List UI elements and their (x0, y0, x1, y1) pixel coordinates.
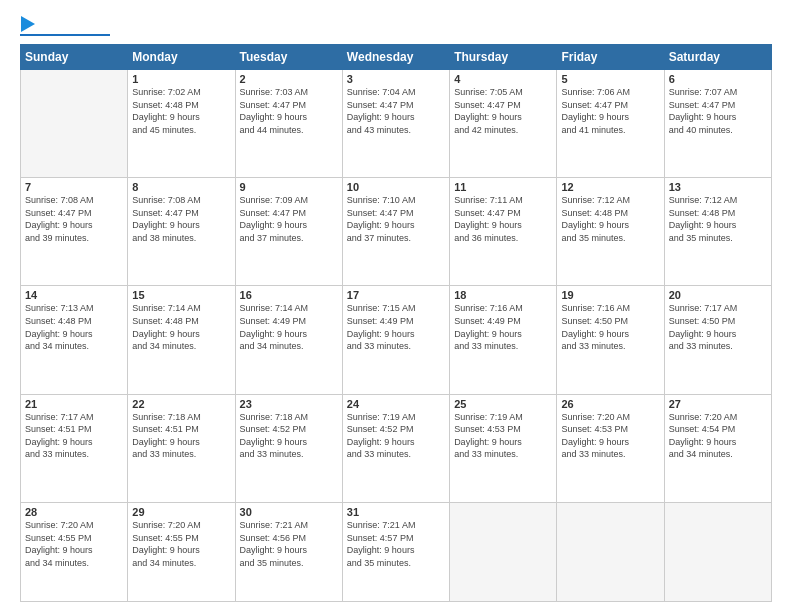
calendar-cell: 25Sunrise: 7:19 AMSunset: 4:53 PMDayligh… (450, 394, 557, 502)
day-info: Sunrise: 7:20 AMSunset: 4:55 PMDaylight:… (25, 519, 123, 569)
day-number: 3 (347, 73, 445, 85)
calendar-cell: 7Sunrise: 7:08 AMSunset: 4:47 PMDaylight… (21, 178, 128, 286)
calendar-cell: 10Sunrise: 7:10 AMSunset: 4:47 PMDayligh… (342, 178, 449, 286)
day-header-monday: Monday (128, 45, 235, 70)
day-info: Sunrise: 7:13 AMSunset: 4:48 PMDaylight:… (25, 302, 123, 352)
calendar-cell: 22Sunrise: 7:18 AMSunset: 4:51 PMDayligh… (128, 394, 235, 502)
calendar-cell (21, 70, 128, 178)
day-info: Sunrise: 7:02 AMSunset: 4:48 PMDaylight:… (132, 86, 230, 136)
calendar-header-row: SundayMondayTuesdayWednesdayThursdayFrid… (21, 45, 772, 70)
day-header-tuesday: Tuesday (235, 45, 342, 70)
calendar-cell: 27Sunrise: 7:20 AMSunset: 4:54 PMDayligh… (664, 394, 771, 502)
day-info: Sunrise: 7:17 AMSunset: 4:51 PMDaylight:… (25, 411, 123, 461)
day-info: Sunrise: 7:20 AMSunset: 4:54 PMDaylight:… (669, 411, 767, 461)
header (20, 18, 772, 36)
day-info: Sunrise: 7:07 AMSunset: 4:47 PMDaylight:… (669, 86, 767, 136)
day-info: Sunrise: 7:08 AMSunset: 4:47 PMDaylight:… (132, 194, 230, 244)
day-number: 4 (454, 73, 552, 85)
day-number: 8 (132, 181, 230, 193)
day-number: 7 (25, 181, 123, 193)
day-info: Sunrise: 7:05 AMSunset: 4:47 PMDaylight:… (454, 86, 552, 136)
calendar-cell: 30Sunrise: 7:21 AMSunset: 4:56 PMDayligh… (235, 502, 342, 601)
day-number: 18 (454, 289, 552, 301)
day-info: Sunrise: 7:16 AMSunset: 4:49 PMDaylight:… (454, 302, 552, 352)
day-info: Sunrise: 7:19 AMSunset: 4:52 PMDaylight:… (347, 411, 445, 461)
day-info: Sunrise: 7:04 AMSunset: 4:47 PMDaylight:… (347, 86, 445, 136)
day-info: Sunrise: 7:17 AMSunset: 4:50 PMDaylight:… (669, 302, 767, 352)
day-number: 2 (240, 73, 338, 85)
day-info: Sunrise: 7:09 AMSunset: 4:47 PMDaylight:… (240, 194, 338, 244)
page: SundayMondayTuesdayWednesdayThursdayFrid… (0, 0, 792, 612)
day-info: Sunrise: 7:18 AMSunset: 4:51 PMDaylight:… (132, 411, 230, 461)
day-header-thursday: Thursday (450, 45, 557, 70)
day-number: 5 (561, 73, 659, 85)
day-number: 15 (132, 289, 230, 301)
calendar-cell: 11Sunrise: 7:11 AMSunset: 4:47 PMDayligh… (450, 178, 557, 286)
calendar-cell: 21Sunrise: 7:17 AMSunset: 4:51 PMDayligh… (21, 394, 128, 502)
day-header-wednesday: Wednesday (342, 45, 449, 70)
day-number: 14 (25, 289, 123, 301)
day-number: 31 (347, 506, 445, 518)
day-number: 26 (561, 398, 659, 410)
calendar-cell: 16Sunrise: 7:14 AMSunset: 4:49 PMDayligh… (235, 286, 342, 394)
calendar-cell: 1Sunrise: 7:02 AMSunset: 4:48 PMDaylight… (128, 70, 235, 178)
day-info: Sunrise: 7:20 AMSunset: 4:53 PMDaylight:… (561, 411, 659, 461)
day-header-friday: Friday (557, 45, 664, 70)
calendar-cell (664, 502, 771, 601)
day-info: Sunrise: 7:19 AMSunset: 4:53 PMDaylight:… (454, 411, 552, 461)
day-info: Sunrise: 7:14 AMSunset: 4:48 PMDaylight:… (132, 302, 230, 352)
day-number: 25 (454, 398, 552, 410)
day-info: Sunrise: 7:11 AMSunset: 4:47 PMDaylight:… (454, 194, 552, 244)
day-info: Sunrise: 7:20 AMSunset: 4:55 PMDaylight:… (132, 519, 230, 569)
logo-underline (20, 34, 110, 36)
calendar-week-row: 14Sunrise: 7:13 AMSunset: 4:48 PMDayligh… (21, 286, 772, 394)
calendar-cell: 19Sunrise: 7:16 AMSunset: 4:50 PMDayligh… (557, 286, 664, 394)
day-number: 13 (669, 181, 767, 193)
day-info: Sunrise: 7:12 AMSunset: 4:48 PMDaylight:… (669, 194, 767, 244)
day-info: Sunrise: 7:06 AMSunset: 4:47 PMDaylight:… (561, 86, 659, 136)
calendar-cell: 26Sunrise: 7:20 AMSunset: 4:53 PMDayligh… (557, 394, 664, 502)
calendar-cell: 5Sunrise: 7:06 AMSunset: 4:47 PMDaylight… (557, 70, 664, 178)
day-info: Sunrise: 7:03 AMSunset: 4:47 PMDaylight:… (240, 86, 338, 136)
calendar-cell: 13Sunrise: 7:12 AMSunset: 4:48 PMDayligh… (664, 178, 771, 286)
logo-arrow-icon (21, 16, 35, 32)
calendar-cell: 14Sunrise: 7:13 AMSunset: 4:48 PMDayligh… (21, 286, 128, 394)
day-info: Sunrise: 7:21 AMSunset: 4:57 PMDaylight:… (347, 519, 445, 569)
day-header-saturday: Saturday (664, 45, 771, 70)
logo (20, 18, 110, 36)
calendar-cell: 23Sunrise: 7:18 AMSunset: 4:52 PMDayligh… (235, 394, 342, 502)
calendar-week-row: 1Sunrise: 7:02 AMSunset: 4:48 PMDaylight… (21, 70, 772, 178)
day-info: Sunrise: 7:10 AMSunset: 4:47 PMDaylight:… (347, 194, 445, 244)
day-number: 16 (240, 289, 338, 301)
calendar-table: SundayMondayTuesdayWednesdayThursdayFrid… (20, 44, 772, 602)
day-info: Sunrise: 7:16 AMSunset: 4:50 PMDaylight:… (561, 302, 659, 352)
calendar-cell: 4Sunrise: 7:05 AMSunset: 4:47 PMDaylight… (450, 70, 557, 178)
day-number: 11 (454, 181, 552, 193)
calendar-cell: 2Sunrise: 7:03 AMSunset: 4:47 PMDaylight… (235, 70, 342, 178)
day-info: Sunrise: 7:18 AMSunset: 4:52 PMDaylight:… (240, 411, 338, 461)
day-info: Sunrise: 7:14 AMSunset: 4:49 PMDaylight:… (240, 302, 338, 352)
day-number: 24 (347, 398, 445, 410)
calendar-cell: 31Sunrise: 7:21 AMSunset: 4:57 PMDayligh… (342, 502, 449, 601)
day-header-sunday: Sunday (21, 45, 128, 70)
day-number: 17 (347, 289, 445, 301)
calendar-cell (450, 502, 557, 601)
day-number: 29 (132, 506, 230, 518)
calendar-cell: 9Sunrise: 7:09 AMSunset: 4:47 PMDaylight… (235, 178, 342, 286)
calendar-cell: 3Sunrise: 7:04 AMSunset: 4:47 PMDaylight… (342, 70, 449, 178)
calendar-cell: 17Sunrise: 7:15 AMSunset: 4:49 PMDayligh… (342, 286, 449, 394)
day-number: 28 (25, 506, 123, 518)
calendar-cell: 20Sunrise: 7:17 AMSunset: 4:50 PMDayligh… (664, 286, 771, 394)
day-number: 20 (669, 289, 767, 301)
day-number: 12 (561, 181, 659, 193)
calendar-cell: 29Sunrise: 7:20 AMSunset: 4:55 PMDayligh… (128, 502, 235, 601)
calendar-week-row: 7Sunrise: 7:08 AMSunset: 4:47 PMDaylight… (21, 178, 772, 286)
day-info: Sunrise: 7:15 AMSunset: 4:49 PMDaylight:… (347, 302, 445, 352)
calendar-week-row: 21Sunrise: 7:17 AMSunset: 4:51 PMDayligh… (21, 394, 772, 502)
calendar-cell: 8Sunrise: 7:08 AMSunset: 4:47 PMDaylight… (128, 178, 235, 286)
day-number: 1 (132, 73, 230, 85)
calendar-week-row: 28Sunrise: 7:20 AMSunset: 4:55 PMDayligh… (21, 502, 772, 601)
day-info: Sunrise: 7:21 AMSunset: 4:56 PMDaylight:… (240, 519, 338, 569)
day-number: 30 (240, 506, 338, 518)
day-number: 6 (669, 73, 767, 85)
